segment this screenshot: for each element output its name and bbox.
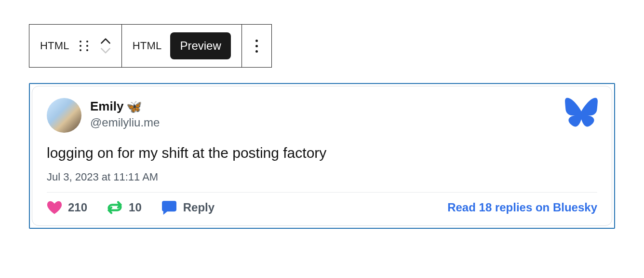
bluesky-embed-card: Emily 🦋 @emilyliu.me logging on for my s…	[32, 86, 612, 226]
like-button[interactable]: 210	[47, 200, 87, 215]
block-type-label[interactable]: HTML	[40, 40, 69, 52]
move-up-button[interactable]	[100, 38, 111, 44]
post-text: logging on for my shift at the posting f…	[47, 143, 597, 162]
block-movers	[98, 38, 111, 54]
block-toolbar: HTML HTML Preview	[29, 24, 272, 68]
repost-icon	[107, 201, 123, 214]
html-preview-tabs: HTML Preview	[122, 25, 242, 67]
display-name[interactable]: Emily 🦋	[90, 99, 160, 114]
post-header: Emily 🦋 @emilyliu.me	[47, 98, 597, 133]
bluesky-logo-icon[interactable]	[564, 97, 599, 129]
repost-count: 10	[129, 201, 142, 214]
butterfly-emoji-icon: 🦋	[126, 100, 142, 113]
drag-handle-icon[interactable]	[78, 40, 90, 52]
timestamp[interactable]: Jul 3, 2023 at 11:11 AM	[47, 171, 597, 183]
reply-icon	[161, 200, 177, 215]
display-name-text: Emily	[90, 99, 123, 114]
block-selection[interactable]: Emily 🦋 @emilyliu.me logging on for my s…	[29, 83, 615, 229]
avatar[interactable]	[47, 98, 81, 133]
more-options-button[interactable]	[253, 40, 261, 53]
handle[interactable]: @emilyliu.me	[90, 116, 160, 129]
more-options-cell	[242, 25, 271, 67]
repost-button[interactable]: 10	[107, 201, 142, 214]
post-actions: 210 10 Reply Read 18 replies on Bluesky	[47, 200, 597, 215]
like-count: 210	[68, 201, 87, 214]
tab-html[interactable]: HTML	[133, 40, 162, 52]
tab-preview[interactable]: Preview	[170, 32, 230, 59]
move-down-button[interactable]	[100, 48, 111, 54]
block-type-cell: HTML	[29, 25, 122, 67]
divider	[47, 192, 597, 193]
reply-button[interactable]: Reply	[161, 200, 215, 215]
read-replies-link[interactable]: Read 18 replies on Bluesky	[447, 201, 597, 214]
reply-label: Reply	[183, 201, 215, 214]
heart-icon	[47, 200, 62, 215]
